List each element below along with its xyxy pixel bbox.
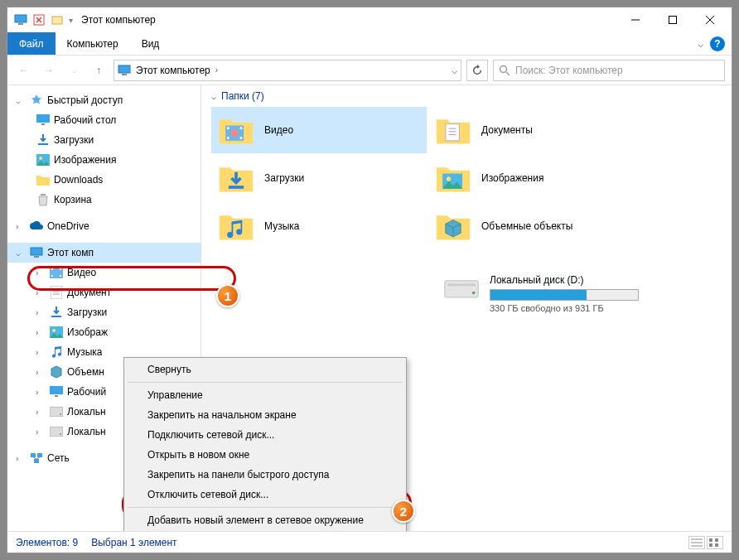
ctx-pin-start[interactable]: Закрепить на начальном экране <box>126 405 404 425</box>
ctx-map-drive[interactable]: Подключить сетевой диск... <box>126 425 404 445</box>
svg-rect-24 <box>60 275 61 277</box>
ctx-collapse[interactable]: Свернуть <box>126 360 404 379</box>
chevron-right-icon[interactable]: › <box>36 348 46 357</box>
tree-desktop[interactable]: Рабочий стол <box>7 110 200 130</box>
svg-rect-5 <box>669 17 676 24</box>
cloud-icon <box>29 221 44 231</box>
folders-grid: Видео Документы Загрузки Изображения Муз… <box>211 107 722 249</box>
svg-line-11 <box>506 72 510 75</box>
chevron-right-icon[interactable]: › <box>36 308 46 317</box>
chevron-down-icon[interactable]: ⌵ <box>16 96 26 105</box>
folder-3d-objects[interactable]: Объемные объекты <box>428 203 644 249</box>
tree-downloads-en[interactable]: Downloads <box>7 170 200 190</box>
folders-section-header[interactable]: ⌵ Папки (7) <box>211 90 722 102</box>
folder-pictures[interactable]: Изображения <box>428 155 644 201</box>
ctx-manage[interactable]: Управление <box>126 385 404 405</box>
svg-rect-23 <box>60 268 61 270</box>
drive-d[interactable]: Локальный диск (D:) 330 ГБ свободно из 9… <box>443 274 659 313</box>
tree-pictures[interactable]: Изображения <box>7 150 200 170</box>
drive-d-bar <box>490 289 639 301</box>
folder-pictures-icon <box>435 160 471 196</box>
svg-rect-33 <box>55 395 58 397</box>
close-button[interactable] <box>691 7 728 32</box>
svg-point-37 <box>60 433 61 435</box>
chevron-right-icon[interactable]: › <box>36 427 46 437</box>
svg-point-10 <box>500 65 507 72</box>
breadcrumb-location[interactable]: Этот компьютер <box>136 65 210 76</box>
tree-quick-access[interactable]: ⌵ Быстрый доступ <box>7 90 200 110</box>
folder-icon <box>36 174 50 186</box>
refresh-button[interactable] <box>466 60 488 81</box>
svg-point-48 <box>231 129 239 137</box>
ribbon-tab-computer[interactable]: Компьютер <box>56 32 130 55</box>
chevron-right-icon[interactable]: › <box>36 408 46 417</box>
drive-icon <box>443 274 480 302</box>
context-menu: Свернуть Управление Закрепить на начальн… <box>123 357 407 531</box>
svg-rect-66 <box>715 543 718 547</box>
status-selected: Выбран 1 элемент <box>91 537 176 548</box>
window-title: Этот компьютер <box>81 14 156 26</box>
folder-music[interactable]: Музыка <box>211 203 427 249</box>
chevron-right-icon[interactable]: › <box>36 388 46 397</box>
search-input[interactable]: Поиск: Этот компьютер <box>493 60 725 81</box>
new-folder-icon[interactable] <box>51 13 64 27</box>
svg-rect-39 <box>37 453 42 457</box>
svg-rect-63 <box>709 538 712 542</box>
tree-downloads2[interactable]: ›Загрузки <box>7 302 200 322</box>
svg-rect-18 <box>31 248 42 255</box>
back-button[interactable]: ← <box>14 60 34 80</box>
svg-rect-17 <box>41 194 46 196</box>
address-bar[interactable]: Этот компьютер › ⌵ <box>114 60 461 81</box>
chevron-right-icon[interactable]: › <box>36 268 46 278</box>
chevron-right-icon[interactable]: › <box>36 368 46 377</box>
forward-button[interactable]: → <box>39 60 59 80</box>
titlebar-dropdown-icon[interactable]: ▾ <box>69 16 73 25</box>
ribbon-tab-view[interactable]: Вид <box>130 32 171 55</box>
ctx-pin-qa[interactable]: Закрепить на панели быстрого доступа <box>126 465 404 485</box>
ribbon-tab-file[interactable]: Файл <box>7 32 56 55</box>
tree-recycle[interactable]: Корзина <box>7 190 200 210</box>
ribbon-expand-icon[interactable]: ⌵ <box>698 38 703 50</box>
chevron-right-icon[interactable]: › <box>36 288 46 297</box>
help-icon[interactable]: ? <box>710 36 725 51</box>
folder-music-icon <box>218 208 254 244</box>
tree-downloads[interactable]: Загрузки <box>7 130 200 150</box>
tree-pictures2[interactable]: ›Изображ <box>7 322 200 342</box>
folder-video[interactable]: Видео <box>211 107 427 153</box>
ctx-add-network[interactable]: Добавить новый элемент в сетевое окружен… <box>126 510 404 530</box>
svg-rect-65 <box>709 543 712 547</box>
folder-documents[interactable]: Документы <box>428 107 644 153</box>
breadcrumb-chevron-icon[interactable]: › <box>215 65 218 75</box>
chevron-right-icon[interactable]: › <box>36 328 46 337</box>
drive-d-name: Локальный диск (D:) <box>490 274 659 286</box>
svg-rect-45 <box>227 137 229 139</box>
up-button[interactable]: ↑ <box>89 60 109 80</box>
address-dropdown-icon[interactable]: ⌵ <box>452 65 457 76</box>
recent-dropdown[interactable]: ⌵ <box>64 60 84 80</box>
tree-video[interactable]: ›Видео <box>7 263 200 282</box>
properties-icon[interactable] <box>32 13 46 27</box>
svg-point-59 <box>472 292 476 295</box>
tree-documents[interactable]: ›Документ <box>7 282 200 302</box>
chevron-down-icon[interactable]: ⌵ <box>16 249 26 258</box>
ribbon: Файл Компьютер Вид ⌵ ? <box>7 32 732 56</box>
minimize-button[interactable] <box>616 7 654 32</box>
folder-downloads-icon <box>218 160 254 196</box>
ctx-new-window[interactable]: Открыть в новом окне <box>126 445 404 465</box>
ctx-disconnect[interactable]: Отключить сетевой диск... <box>126 485 404 504</box>
svg-rect-40 <box>34 459 39 463</box>
tree-this-pc[interactable]: ⌵Этот комп <box>7 243 200 263</box>
drive-d-bar-fill <box>490 290 587 300</box>
chevron-right-icon[interactable]: › <box>16 454 26 463</box>
maximize-button[interactable] <box>654 7 691 32</box>
folder-documents-icon <box>435 112 471 148</box>
drive-d-free: 330 ГБ свободно из 931 ГБ <box>490 303 659 313</box>
svg-rect-64 <box>715 538 718 542</box>
download-icon <box>36 133 50 147</box>
view-details-button[interactable] <box>688 536 705 549</box>
chevron-right-icon[interactable]: › <box>16 222 26 231</box>
tree-onedrive[interactable]: ›OneDrive <box>7 216 200 236</box>
view-large-icons-button[interactable] <box>707 536 723 549</box>
svg-rect-3 <box>52 17 62 24</box>
folder-downloads[interactable]: Загрузки <box>211 155 427 201</box>
